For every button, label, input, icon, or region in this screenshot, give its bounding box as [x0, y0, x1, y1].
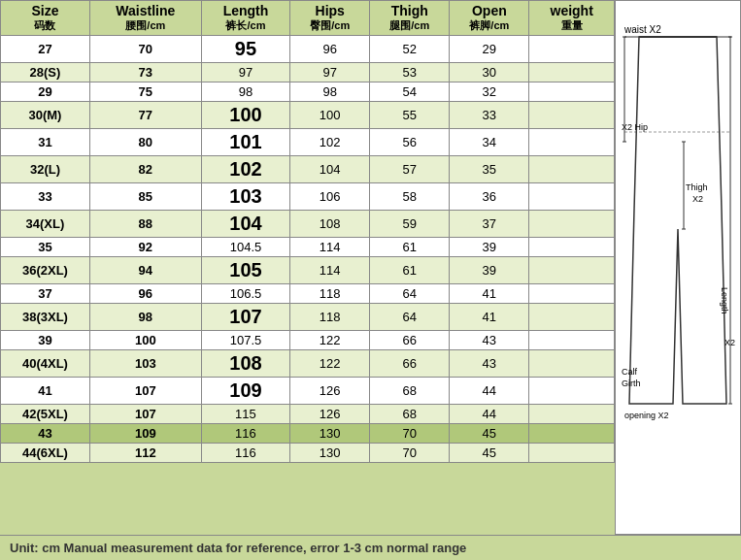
open-cell: 34 [450, 129, 529, 156]
waist-cell: 107 [89, 405, 201, 424]
table-row: 34(XL) [1, 211, 90, 238]
table-row: 44(6XL) [1, 444, 90, 463]
waist-cell: 94 [89, 257, 201, 284]
length-cell: 116 [201, 424, 289, 444]
table-row: 39 [1, 331, 90, 350]
hips-cell: 118 [290, 304, 370, 331]
length-cell: 107 [201, 304, 289, 331]
waist-cell: 85 [89, 183, 201, 211]
header-open: Open 裤脚/cm [450, 1, 529, 36]
open-cell: 41 [450, 304, 529, 331]
table-row: 42(5XL) [1, 405, 90, 424]
header-weight: weight 重量 [529, 1, 615, 36]
open-cell: 39 [450, 238, 529, 257]
open-cell: 44 [450, 378, 529, 405]
weight-cell [529, 350, 615, 378]
open-cell: 35 [450, 156, 529, 183]
weight-cell [529, 63, 615, 82]
header-thigh: Thigh 腿围/cm [370, 1, 450, 36]
hip-label: X2 Hip [622, 122, 648, 132]
thigh-cell: 55 [370, 102, 450, 129]
thigh-cell: 59 [370, 211, 450, 238]
table-row: 29 [1, 82, 90, 102]
length-cell: 109 [201, 378, 289, 405]
hips-cell: 126 [290, 405, 370, 424]
waist-cell: 103 [89, 350, 201, 378]
hips-cell: 130 [290, 424, 370, 444]
thigh-cell: 70 [370, 444, 450, 463]
weight-cell [529, 304, 615, 331]
table-row: 40(4XL) [1, 350, 90, 378]
length-cell: 100 [201, 102, 289, 129]
thigh-diagram-label: Thigh [686, 182, 708, 192]
weight-cell [529, 102, 615, 129]
hips-cell: 130 [290, 444, 370, 463]
hips-cell: 104 [290, 156, 370, 183]
weight-cell [529, 424, 615, 444]
opening-label: opening X2 [624, 411, 669, 420]
thigh-cell: 58 [370, 183, 450, 211]
length-cell: 103 [201, 183, 289, 211]
table-row: 38(3XL) [1, 304, 90, 331]
thigh-cell: 64 [370, 304, 450, 331]
open-cell: 43 [450, 331, 529, 350]
weight-cell [529, 36, 615, 63]
waist-cell: 109 [89, 424, 201, 444]
thigh-cell: 57 [370, 156, 450, 183]
hips-cell: 122 [290, 331, 370, 350]
thigh-cell: 61 [370, 238, 450, 257]
table-row: 31 [1, 129, 90, 156]
length-cell: 98 [201, 82, 289, 102]
length-cell: 95 [201, 36, 289, 63]
open-cell: 41 [450, 284, 529, 304]
thigh-cell: 52 [370, 36, 450, 63]
waist-cell: 70 [89, 36, 201, 63]
hips-cell: 114 [290, 257, 370, 284]
table-row: 28(S) [1, 63, 90, 82]
waist-cell: 82 [89, 156, 201, 183]
footer: Unit: cm Manual measurement data for ref… [0, 535, 741, 560]
content-area: Size 码数 Waistline 腰围/cm Length 裤长/cm H [0, 0, 741, 535]
waist-cell: 112 [89, 444, 201, 463]
hips-cell: 114 [290, 238, 370, 257]
waist-cell: 88 [89, 211, 201, 238]
open-cell: 29 [450, 36, 529, 63]
hips-cell: 100 [290, 102, 370, 129]
svg-text:X2: X2 [692, 194, 703, 204]
open-cell: 45 [450, 424, 529, 444]
hips-cell: 126 [290, 378, 370, 405]
length-cell: 104.5 [201, 238, 289, 257]
length-cell: 101 [201, 129, 289, 156]
pants-diagram: waist X2 X2 Hip Thigh X2 [620, 16, 736, 520]
hips-cell: 118 [290, 284, 370, 304]
thigh-cell: 54 [370, 82, 450, 102]
table-body: 27709596522928(S)73979753302975989854323… [1, 36, 615, 463]
header-waistline: Waistline 腰围/cm [89, 1, 201, 36]
length-cell: 105 [201, 257, 289, 284]
thigh-cell: 66 [370, 331, 450, 350]
thigh-cell: 68 [370, 405, 450, 424]
length-cell: 115 [201, 405, 289, 424]
hips-cell: 106 [290, 183, 370, 211]
weight-cell [529, 444, 615, 463]
waist-cell: 92 [89, 238, 201, 257]
waist-cell: 96 [89, 284, 201, 304]
thigh-cell: 70 [370, 424, 450, 444]
hips-cell: 122 [290, 350, 370, 378]
open-cell: 33 [450, 102, 529, 129]
weight-cell [529, 331, 615, 350]
weight-cell [529, 156, 615, 183]
thigh-cell: 61 [370, 257, 450, 284]
diagram-section: waist X2 X2 Hip Thigh X2 [615, 0, 741, 535]
hips-cell: 96 [290, 36, 370, 63]
hips-cell: 97 [290, 63, 370, 82]
thigh-cell: 56 [370, 129, 450, 156]
table-header: Size 码数 Waistline 腰围/cm Length 裤长/cm H [1, 1, 615, 36]
length-label: Length [720, 287, 729, 314]
hips-cell: 102 [290, 129, 370, 156]
table-row: 37 [1, 284, 90, 304]
header-size: Size 码数 [1, 1, 90, 36]
waist-cell: 80 [89, 129, 201, 156]
header-length: Length 裤长/cm [201, 1, 289, 36]
waist-cell: 107 [89, 378, 201, 405]
